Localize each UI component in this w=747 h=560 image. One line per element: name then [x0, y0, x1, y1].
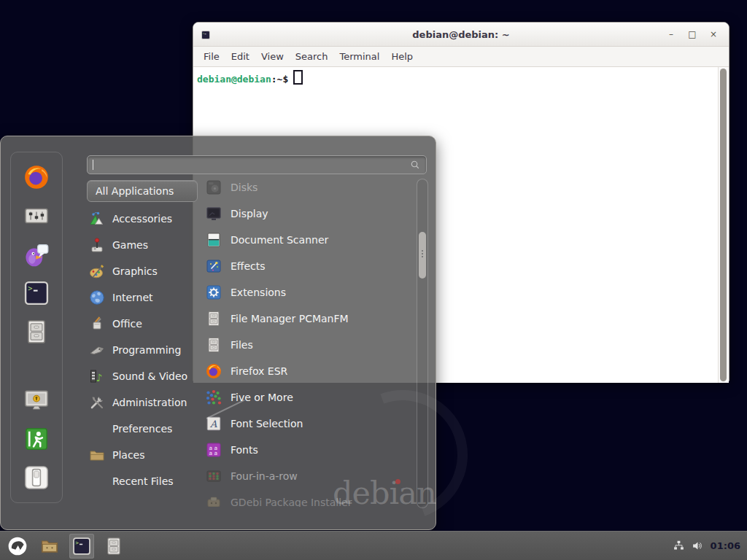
maximize-button[interactable]: □ — [687, 23, 697, 46]
app-item[interactable]: Files — [205, 332, 412, 358]
terminal-menubar: FileEditViewSearchTerminalHelp — [193, 47, 729, 67]
cat-accessories-icon — [88, 210, 106, 228]
app-label: Four-in-a-row — [231, 470, 298, 482]
svg-text:>: > — [28, 284, 32, 292]
category-label: All Applications — [96, 185, 174, 197]
minimize-button[interactable]: – — [666, 23, 676, 46]
category-item[interactable]: Programming — [87, 337, 198, 363]
category-label: Places — [112, 449, 145, 461]
terminal-scrollbar-thumb[interactable] — [720, 69, 727, 381]
menubar-item[interactable]: Search — [290, 49, 334, 64]
terminal-scrollbar[interactable] — [718, 67, 729, 383]
menu-scrollbar[interactable] — [417, 179, 428, 508]
search-bar[interactable] — [87, 155, 427, 174]
app-label: Font Selection — [231, 418, 303, 429]
extensions-icon — [205, 284, 222, 301]
gdebi-icon — [205, 494, 222, 507]
category-item[interactable]: Games — [87, 232, 198, 258]
category-label: Office — [112, 318, 142, 330]
app-item[interactable]: Extensions — [205, 279, 412, 306]
category-label: Games — [112, 239, 148, 251]
cat-games-icon — [88, 236, 106, 254]
category-item[interactable]: Recent Files — [87, 468, 198, 494]
category-item[interactable]: Graphics — [87, 258, 198, 284]
shutdown-icon — [23, 464, 50, 491]
folder-icon — [39, 536, 60, 556]
app-label: Display — [231, 208, 268, 219]
category-item[interactable]: Accessories — [87, 206, 198, 232]
favorite-button-pidgin[interactable] — [23, 241, 50, 268]
taskbar-button-menu[interactable] — [5, 534, 30, 559]
cat-office-icon — [88, 315, 106, 332]
app-item[interactable]: Display — [205, 201, 412, 227]
favorite-button-firefox[interactable] — [23, 163, 50, 191]
app-item[interactable]: Disks — [205, 174, 412, 201]
window-title: debian@debian: ~ — [193, 29, 729, 40]
favorite-button-logout[interactable] — [23, 425, 50, 453]
menubar-item[interactable]: View — [255, 49, 290, 64]
taskbar-button-terminal[interactable]: > — [69, 534, 94, 559]
menubar-item[interactable]: Help — [385, 49, 419, 64]
menu-scrollbar-thumb[interactable] — [419, 232, 426, 279]
category-item[interactable]: Office — [87, 311, 198, 337]
category-item[interactable]: Places — [87, 442, 198, 468]
cat-admin-icon — [88, 394, 106, 411]
favorite-button-shutdown[interactable] — [23, 464, 50, 491]
application-list: DisksDisplayDocument ScannerEffectsExten… — [205, 174, 412, 507]
terminal-dark-icon: > — [71, 536, 92, 556]
category-item[interactable]: All Applications — [87, 180, 198, 202]
app-item[interactable]: GDebi Package Installer — [205, 489, 412, 507]
app-item[interactable]: a aa aFonts — [205, 437, 412, 463]
taskbar: > 01:06 — [0, 531, 747, 560]
cat-sound-icon: ♪ — [88, 368, 106, 385]
category-label: Accessories — [112, 213, 172, 225]
file-cabinet-icon — [23, 318, 50, 346]
category-list: All ApplicationsAccessoriesGamesGraphics… — [87, 180, 198, 494]
firefox-icon — [23, 163, 50, 191]
app-label: Files — [231, 339, 253, 351]
menubar-item[interactable]: File — [198, 49, 225, 64]
text-caret — [93, 160, 93, 170]
fonts-icon: a aa a — [205, 441, 222, 459]
app-item[interactable]: Document Scanner — [205, 227, 412, 253]
category-label: Recent Files — [112, 475, 174, 487]
five-or-more-icon — [205, 389, 222, 406]
network-icon[interactable] — [673, 540, 685, 552]
app-label: Extensions — [231, 287, 286, 298]
taskbar-button-files[interactable] — [101, 534, 126, 559]
app-item[interactable]: Five or More — [205, 384, 412, 411]
cat-programming-icon — [88, 341, 106, 359]
favorite-button-files[interactable] — [23, 318, 50, 346]
logout-icon — [23, 425, 50, 453]
app-item[interactable]: AFont Selection — [205, 411, 412, 437]
menubar-item[interactable]: Edit — [225, 49, 255, 64]
terminal-dark-icon: > — [23, 279, 50, 307]
settings-panel-icon — [23, 202, 50, 230]
category-item[interactable]: ♪Sound & Video — [87, 363, 198, 389]
svg-text:>: > — [75, 540, 79, 546]
clock[interactable]: 01:06 — [711, 540, 742, 551]
search-input[interactable] — [96, 159, 406, 171]
app-item[interactable]: Firefox ESR — [205, 358, 412, 384]
prompt-suffix: :~$ — [271, 74, 288, 85]
category-item[interactable]: Administration — [87, 389, 198, 416]
pidgin-icon — [23, 241, 50, 268]
app-item[interactable]: Four-in-a-row — [205, 463, 412, 489]
favorite-button-settings[interactable] — [23, 202, 50, 230]
favorite-button-lock-screen[interactable] — [23, 386, 50, 414]
close-button[interactable]: × — [708, 23, 719, 46]
category-item[interactable]: Internet — [87, 284, 198, 311]
favorites-sidebar: > — [10, 152, 63, 503]
menubar-item[interactable]: Terminal — [333, 49, 385, 64]
scrollbar-grip — [422, 253, 423, 254]
disks-icon — [205, 179, 222, 196]
file-cabinet-icon — [104, 536, 124, 556]
volume-icon[interactable] — [692, 540, 704, 552]
taskbar-button-file-manager[interactable] — [37, 534, 62, 559]
favorite-button-terminal[interactable]: > — [23, 279, 50, 307]
app-item[interactable]: File Manager PCManFM — [205, 306, 412, 332]
prompt-user: debian@debian — [197, 74, 271, 85]
terminal-titlebar[interactable]: debian@debian: ~ > – □ × — [193, 23, 729, 47]
app-item[interactable]: Effects — [205, 253, 412, 279]
category-item[interactable]: Preferences — [87, 416, 198, 442]
